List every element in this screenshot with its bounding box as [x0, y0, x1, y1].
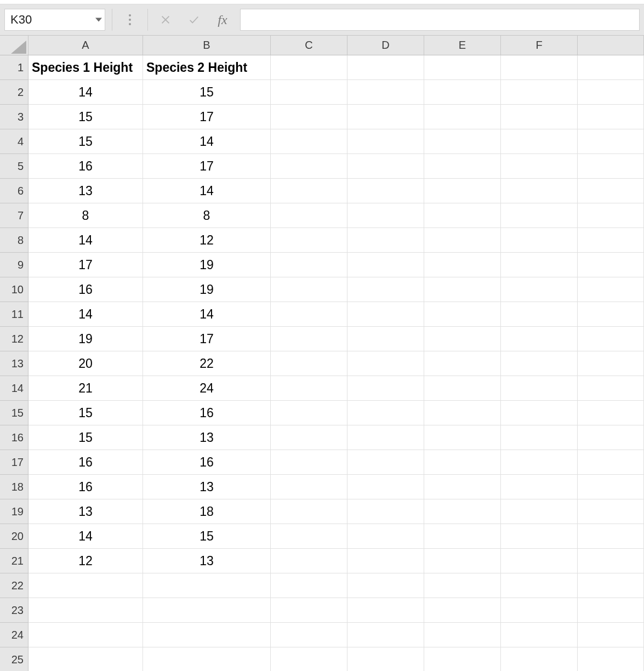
row-header-16[interactable]: 16	[0, 425, 29, 450]
cell-F19[interactable]	[501, 499, 578, 524]
cell-F15[interactable]	[501, 401, 578, 425]
cell-A3[interactable]: 15	[29, 105, 143, 129]
cell-C17[interactable]	[271, 450, 347, 475]
name-box[interactable]: K30	[5, 9, 93, 30]
cell-F9[interactable]	[501, 253, 578, 277]
cell-G18[interactable]	[578, 475, 644, 499]
cell-F13[interactable]	[501, 351, 578, 376]
row-header-5[interactable]: 5	[0, 154, 29, 179]
cell-C6[interactable]	[271, 179, 347, 203]
cell-F8[interactable]	[501, 228, 578, 253]
cell-E24[interactable]	[424, 623, 501, 647]
cell-E2[interactable]	[424, 80, 501, 105]
cell-F1[interactable]	[501, 55, 578, 80]
cell-A23[interactable]	[29, 598, 143, 623]
cell-E20[interactable]	[424, 524, 501, 549]
cell-G6[interactable]	[578, 179, 644, 203]
cell-E25[interactable]	[424, 647, 501, 671]
cell-C19[interactable]	[271, 499, 347, 524]
cancel-button[interactable]	[155, 9, 176, 31]
insert-function-button[interactable]: fx	[212, 13, 233, 27]
cell-E1[interactable]	[424, 55, 501, 80]
cell-E23[interactable]	[424, 598, 501, 623]
cell-E10[interactable]	[424, 277, 501, 302]
cell-E18[interactable]	[424, 475, 501, 499]
cell-C9[interactable]	[271, 253, 347, 277]
cell-D9[interactable]	[347, 253, 424, 277]
cell-C20[interactable]	[271, 524, 347, 549]
cell-D14[interactable]	[347, 376, 424, 401]
cell-G4[interactable]	[578, 129, 644, 154]
cell-F12[interactable]	[501, 327, 578, 351]
cell-D16[interactable]	[347, 425, 424, 450]
cell-C8[interactable]	[271, 228, 347, 253]
cell-C13[interactable]	[271, 351, 347, 376]
cell-A11[interactable]: 14	[29, 302, 143, 327]
cell-A22[interactable]	[29, 573, 143, 598]
cell-G11[interactable]	[578, 302, 644, 327]
row-header-3[interactable]: 3	[0, 105, 29, 129]
cell-A1[interactable]: Species 1 Height	[29, 55, 143, 80]
cell-B15[interactable]: 16	[143, 401, 271, 425]
more-options-button[interactable]	[119, 9, 141, 31]
cell-D23[interactable]	[347, 598, 424, 623]
cell-B19[interactable]: 18	[143, 499, 271, 524]
cell-A19[interactable]: 13	[29, 499, 143, 524]
cell-C4[interactable]	[271, 129, 347, 154]
cell-D25[interactable]	[347, 647, 424, 671]
cell-D19[interactable]	[347, 499, 424, 524]
cell-E6[interactable]	[424, 179, 501, 203]
cell-G23[interactable]	[578, 598, 644, 623]
cell-G7[interactable]	[578, 203, 644, 228]
cell-G22[interactable]	[578, 573, 644, 598]
cell-G24[interactable]	[578, 623, 644, 647]
cell-B4[interactable]: 14	[143, 129, 271, 154]
cell-C25[interactable]	[271, 647, 347, 671]
row-header-6[interactable]: 6	[0, 179, 29, 203]
cell-C15[interactable]	[271, 401, 347, 425]
cell-E21[interactable]	[424, 549, 501, 573]
cell-E16[interactable]	[424, 425, 501, 450]
cell-B21[interactable]: 13	[143, 549, 271, 573]
cell-E14[interactable]	[424, 376, 501, 401]
cell-E22[interactable]	[424, 573, 501, 598]
cell-B8[interactable]: 12	[143, 228, 271, 253]
cell-F11[interactable]	[501, 302, 578, 327]
cell-B11[interactable]: 14	[143, 302, 271, 327]
cell-D3[interactable]	[347, 105, 424, 129]
row-header-13[interactable]: 13	[0, 351, 29, 376]
cell-G8[interactable]	[578, 228, 644, 253]
cell-A13[interactable]: 20	[29, 351, 143, 376]
row-header-23[interactable]: 23	[0, 598, 29, 623]
cell-G17[interactable]	[578, 450, 644, 475]
cell-G2[interactable]	[578, 80, 644, 105]
cell-G25[interactable]	[578, 647, 644, 671]
formula-input[interactable]	[245, 13, 635, 26]
cell-A17[interactable]: 16	[29, 450, 143, 475]
cell-A16[interactable]: 15	[29, 425, 143, 450]
cell-G20[interactable]	[578, 524, 644, 549]
cell-E4[interactable]	[424, 129, 501, 154]
cell-C18[interactable]	[271, 475, 347, 499]
cell-B10[interactable]: 19	[143, 277, 271, 302]
row-header-2[interactable]: 2	[0, 80, 29, 105]
cell-D7[interactable]	[347, 203, 424, 228]
row-header-11[interactable]: 11	[0, 302, 29, 327]
cell-C12[interactable]	[271, 327, 347, 351]
cell-A12[interactable]: 19	[29, 327, 143, 351]
cell-B14[interactable]: 24	[143, 376, 271, 401]
cell-F20[interactable]	[501, 524, 578, 549]
cell-G14[interactable]	[578, 376, 644, 401]
cell-C22[interactable]	[271, 573, 347, 598]
row-header-17[interactable]: 17	[0, 450, 29, 475]
row-header-4[interactable]: 4	[0, 129, 29, 154]
cell-G16[interactable]	[578, 425, 644, 450]
cell-D8[interactable]	[347, 228, 424, 253]
col-header-B[interactable]: B	[143, 36, 271, 55]
cell-B20[interactable]: 15	[143, 524, 271, 549]
cell-B7[interactable]: 8	[143, 203, 271, 228]
cell-B2[interactable]: 15	[143, 80, 271, 105]
cell-D24[interactable]	[347, 623, 424, 647]
cell-C10[interactable]	[271, 277, 347, 302]
cell-G13[interactable]	[578, 351, 644, 376]
